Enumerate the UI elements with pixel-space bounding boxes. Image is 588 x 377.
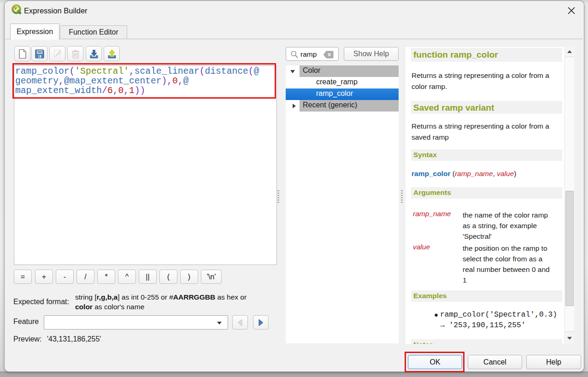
operator-button-/[interactable]: / — [76, 270, 94, 284]
operator-button-+[interactable]: + — [35, 270, 53, 284]
scroll-up-button[interactable] — [565, 46, 574, 57]
previous-arrow-icon — [236, 318, 244, 327]
argument-name: ramp_name — [413, 210, 451, 218]
scroll-up-icon — [567, 50, 572, 53]
scroll-down-button[interactable] — [565, 331, 574, 344]
edit-expression-button[interactable] — [49, 46, 65, 61]
arguments-heading: Arguments — [411, 187, 562, 199]
text-line: the name of the color ramp — [463, 210, 562, 220]
tab-function-editor[interactable]: Function Editor — [60, 25, 127, 39]
function-tree: Colorcreate_rampramp_colorRecent (generi… — [286, 65, 399, 343]
show-help-button[interactable]: Show Help — [344, 47, 399, 61]
example-result: → '253,190,115,255' — [440, 321, 526, 330]
help-scrollbar[interactable] — [565, 46, 574, 344]
tree-group-label: Color — [303, 66, 320, 75]
expected-format-text: string [r,g,b,a] as int 0-255 or #AARRGG… — [75, 292, 247, 312]
next-arrow-icon — [257, 318, 265, 327]
search-input-value: ramp — [300, 50, 317, 59]
help-variant-description: Returns a string representing a color fr… — [412, 121, 549, 143]
operator-button--[interactable]: - — [56, 270, 74, 284]
new-expression-button[interactable] — [14, 46, 30, 61]
close-icon[interactable] — [566, 5, 577, 16]
tab-pane-border — [5, 39, 582, 39]
next-feature-button[interactable] — [253, 315, 269, 330]
collapsed-arrow-icon[interactable] — [291, 103, 297, 109]
text-line: 1 — [463, 275, 562, 285]
dialog-title: Expression Builder — [24, 6, 88, 15]
combobox-dropdown-icon — [217, 322, 222, 324]
operator-button-newline[interactable]: '\n' — [201, 270, 222, 284]
text-line: Returns a string representing a color fr… — [412, 121, 549, 132]
text-line: 'Spectral' — [463, 231, 562, 242]
new-file-icon — [18, 48, 28, 59]
text-line: select the color from as a — [463, 253, 562, 264]
previous-feature-button[interactable] — [232, 315, 248, 330]
code-line: geometry,@map_extent_center),0,@ — [15, 77, 259, 86]
syntax-heading: Syntax — [411, 149, 562, 161]
function-help-panel: function ramp_color Returns a string rep… — [406, 47, 564, 344]
expected-format-line: color as color's name — [75, 302, 247, 312]
operator-button-||[interactable]: || — [139, 270, 157, 284]
expression-editor[interactable]: ramp_color('Spectral',scale_linear(dista… — [14, 65, 277, 265]
import-download-icon — [88, 48, 100, 59]
tree-item-recent-generic[interactable]: Recent (generic) — [286, 100, 399, 112]
save-expression-button[interactable] — [31, 46, 47, 61]
tree-item-color[interactable]: Color — [286, 65, 399, 77]
operator-button-^[interactable]: ^ — [118, 270, 136, 284]
splitter-handle-right[interactable] — [401, 190, 403, 204]
delete-expression-button[interactable] — [67, 46, 83, 61]
cancel-button[interactable]: Cancel — [468, 355, 522, 369]
operator-button-*[interactable]: * — [97, 270, 115, 284]
expanded-arrow-icon[interactable] — [290, 69, 295, 74]
expression-code: ramp_color('Spectral',scale_linear(dista… — [15, 67, 259, 96]
operator-button-=[interactable]: = — [14, 270, 32, 284]
import-expressions-button[interactable] — [86, 46, 102, 61]
save-icon — [34, 48, 45, 59]
help-button[interactable]: Help — [526, 355, 581, 369]
feature-label: Feature — [13, 318, 39, 326]
tree-item-ramp-color[interactable]: ramp_color — [286, 88, 399, 100]
example-bullet: ● — [434, 311, 438, 318]
examples-heading: Examples — [411, 290, 562, 302]
feature-combobox[interactable] — [44, 315, 228, 330]
screen: Expression Builder Expression Function E… — [0, 0, 588, 377]
clear-search-icon[interactable] — [323, 51, 334, 59]
ok-button[interactable]: OK — [408, 355, 462, 369]
help-variant-heading: Saved ramp variant — [411, 101, 562, 114]
edit-pencil-icon — [52, 48, 63, 59]
operator-button-([interactable]: ( — [159, 270, 177, 284]
expected-format-line: string [r,g,b,a] as int 0-255 or #AARRGG… — [75, 292, 247, 302]
scroll-down-icon — [567, 337, 572, 340]
preview-label: Preview: — [13, 335, 41, 343]
notes-heading: Notes — [411, 339, 562, 344]
text-line: real number between 0 and — [463, 264, 562, 275]
qgis-logo-icon — [11, 4, 23, 16]
tree-group-label: Recent (generic) — [303, 101, 357, 109]
code-line: ramp_color('Spectral',scale_linear(dista… — [15, 67, 259, 77]
search-icon — [290, 50, 299, 59]
title-bar: Expression Builder — [5, 1, 584, 22]
tab-expression[interactable]: Expression — [10, 24, 59, 40]
tree-item-label: ramp_color — [316, 89, 353, 98]
trash-icon — [70, 48, 81, 59]
text-line: the position on the ramp to — [463, 243, 562, 253]
argument-description: the position on the ramp to select the c… — [463, 243, 562, 285]
export-expressions-button[interactable] — [104, 46, 120, 61]
export-upload-icon — [106, 48, 118, 59]
help-description: Returns a string representing a color fr… — [412, 70, 549, 92]
operator-button-)[interactable]: ) — [180, 270, 198, 284]
example-code: ramp_color('Spectral',0.3) — [440, 310, 557, 319]
expression-builder-dialog: Expression Builder Expression Function E… — [5, 1, 584, 371]
function-search-input[interactable]: ramp — [286, 47, 339, 61]
text-line: saved ramp — [412, 132, 549, 143]
text-line: Returns a string representing a color fr… — [412, 70, 549, 81]
syntax-line: ramp_color (ramp_name, value) — [412, 168, 516, 179]
argument-description: the name of the color ramp as a string, … — [463, 210, 562, 242]
code-line: map_extent_width/6,0,1)) — [15, 86, 259, 96]
argument-name: value — [413, 243, 430, 251]
tree-item-label: create_ramp — [316, 78, 358, 86]
tree-item-create-ramp[interactable]: create_ramp — [286, 77, 399, 88]
scrollbar-thumb[interactable] — [565, 191, 574, 306]
help-title: function ramp_color — [411, 48, 562, 62]
splitter-handle-left[interactable] — [277, 190, 279, 204]
